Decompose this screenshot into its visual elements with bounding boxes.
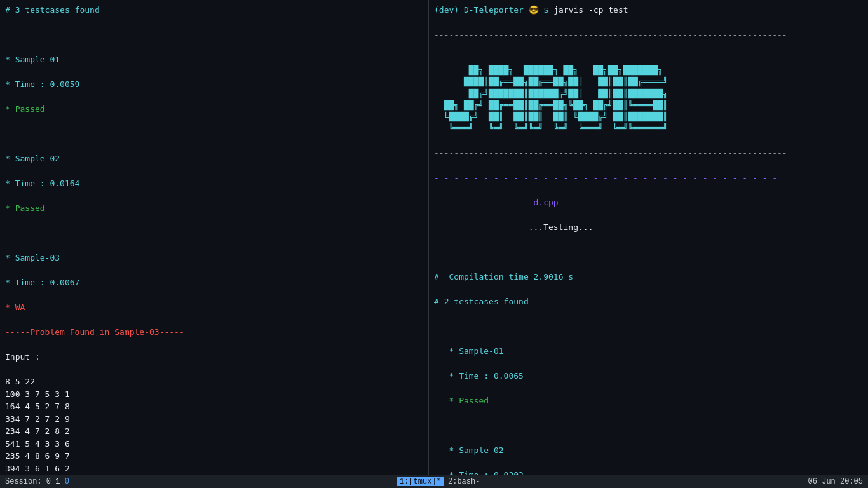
right-s1-time: * Time : 0.0065 xyxy=(434,370,863,383)
status-left: Session: 0 1 0 xyxy=(5,477,69,486)
right-s1-name: * Sample-01 xyxy=(434,345,863,358)
right-sep-top: ----------------------------------------… xyxy=(434,29,863,41)
left-s3-time: * Time : 0.0067 xyxy=(5,276,423,289)
right-s2-name: * Sample-02 xyxy=(434,444,863,457)
left-s2-name: * Sample-02 xyxy=(5,152,423,165)
left-s1-name: * Sample-01 xyxy=(5,53,423,66)
left-s1-status: * Passed xyxy=(5,103,423,116)
right-command: (dev) D-Teleporter 😎 $ jarvis -cp test xyxy=(434,4,863,17)
right-compilation: # Compilation time 2.9016 s xyxy=(434,271,863,283)
right-sep-mid2: - - - - - - - - - - - - - - - - - - - - … xyxy=(434,172,863,184)
left-input-data: 8 5 22 100 3 7 5 3 1 164 4 5 2 7 8 334 7… xyxy=(5,376,423,475)
left-input-label: Input : xyxy=(5,351,423,363)
right-pane: (dev) D-Teleporter 😎 $ jarvis -cp test -… xyxy=(429,0,868,475)
status-bar: Session: 0 1 0 1:[tmux]* 2:bash- 06 Jun … xyxy=(0,475,868,488)
right-testcases-found: # 2 testcases found xyxy=(434,295,863,308)
right-sep-mid1: ----------------------------------------… xyxy=(434,147,863,159)
left-s2-time: * Time : 0.0164 xyxy=(5,177,423,190)
right-s2-time: * Time : 0.0202 xyxy=(434,469,863,475)
right-file-label: --------------------d.cpp---------------… xyxy=(434,196,863,209)
left-header: # 3 testcases found xyxy=(5,4,423,17)
left-pane: # 3 testcases found * Sample-01 * Time :… xyxy=(0,0,429,475)
status-date: 06 Jun 20:05 xyxy=(808,477,863,486)
right-s1-status: * Passed xyxy=(434,395,863,407)
left-s2-status: * Passed xyxy=(5,202,423,215)
left-s3-name: * Sample-03 xyxy=(5,252,423,264)
right-testing: ...Testing... xyxy=(434,221,863,234)
tmux-tab[interactable]: 1:[tmux]* 2:bash- xyxy=(397,477,480,486)
terminal-container: # 3 testcases found * Sample-01 * Time :… xyxy=(0,0,868,475)
right-ascii-art: ██╗ ████╗ ██████╗ ██╗ ██╗██╗███████╗ ███… xyxy=(434,53,863,134)
session-label: Session: 0 1 0 xyxy=(5,477,69,486)
left-s1-time: * Time : 0.0059 xyxy=(5,78,423,91)
left-problem-found: -----Problem Found in Sample-03----- xyxy=(5,326,423,339)
status-center[interactable]: 1:[tmux]* 2:bash- xyxy=(397,477,480,486)
left-s3-status: * WA xyxy=(5,301,423,314)
